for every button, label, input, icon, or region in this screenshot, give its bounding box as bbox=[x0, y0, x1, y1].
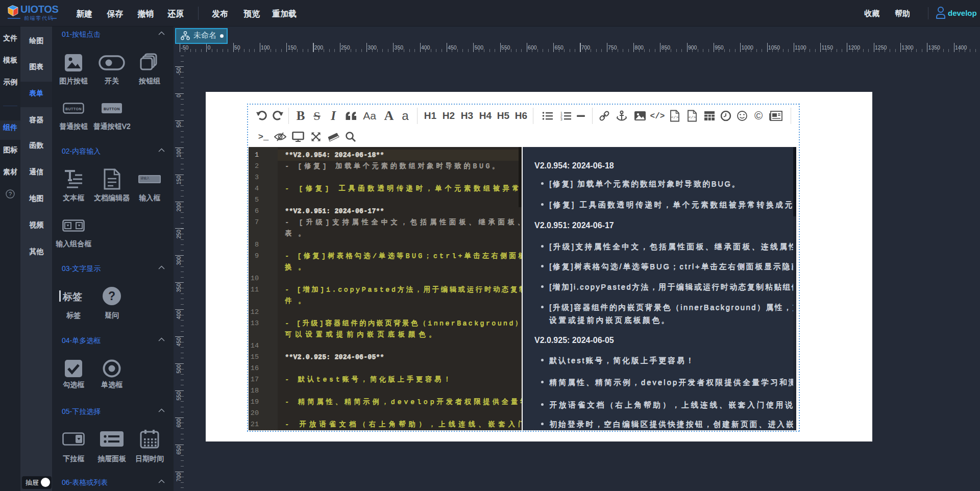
svg-text:BUTTON: BUTTON bbox=[65, 107, 82, 111]
svg-text:请输入: 请输入 bbox=[140, 177, 150, 180]
svg-text:</>: </> bbox=[671, 115, 679, 119]
svg-text:标签: 标签 bbox=[62, 291, 82, 302]
svg-text:?: ? bbox=[108, 289, 115, 303]
svg-text:?: ? bbox=[9, 191, 12, 197]
svg-text:</>: </> bbox=[689, 115, 696, 119]
svg-text:3: 3 bbox=[560, 117, 562, 121]
svg-text:BUTTON: BUTTON bbox=[104, 107, 120, 111]
